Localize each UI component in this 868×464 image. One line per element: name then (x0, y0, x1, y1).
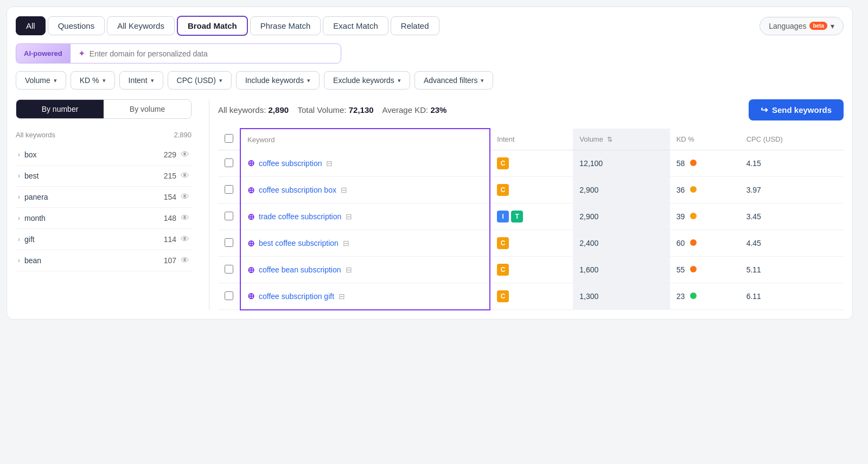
intent-badge: C (497, 290, 509, 302)
row-checkbox[interactable] (225, 185, 233, 194)
list-item[interactable]: › month 148 👁 (16, 208, 192, 229)
chevron-down-icon: ▾ (398, 77, 401, 84)
tab-phrase-match[interactable]: Phrase Match (250, 16, 321, 35)
tab-related[interactable]: Related (391, 16, 439, 35)
view-by-number[interactable]: By number (16, 100, 104, 118)
filter-exclude[interactable]: Exclude keywords ▾ (324, 71, 410, 90)
total-volume-value: 72,130 (349, 105, 374, 115)
chevron-down-icon: ▾ (151, 77, 154, 84)
eye-icon[interactable]: 👁 (181, 213, 189, 223)
eye-icon[interactable]: 👁 (181, 234, 189, 244)
all-keywords-label: All keywords: (218, 105, 266, 115)
eye-icon[interactable]: 👁 (181, 171, 189, 181)
eye-icon[interactable]: 👁 (181, 256, 189, 265)
sidebar-header-label: All keywords (16, 131, 55, 139)
expand-icon: › (18, 214, 20, 222)
tab-all-keywords[interactable]: All Keywords (107, 16, 175, 35)
volume-value: 12,100 (573, 150, 669, 177)
intent-cell: IT (490, 204, 573, 230)
keyword-link[interactable]: ⊕ coffee subscription ⊟ (247, 158, 483, 168)
tab-all[interactable]: All (16, 16, 46, 35)
send-btn-label: Send keywords (772, 105, 832, 115)
filter-volume[interactable]: Volume ▾ (16, 71, 66, 90)
list-item[interactable]: › best 215 👁 (16, 166, 192, 187)
tab-exact-match[interactable]: Exact Match (323, 16, 388, 35)
intent-label: Intent (129, 76, 148, 85)
volume-value: 1,300 (573, 283, 669, 310)
keyword-name: best (24, 171, 39, 180)
cpc-value: 4.45 (740, 230, 844, 257)
chevron-down-icon: ▾ (103, 77, 106, 84)
keyword-link[interactable]: ⊕ best coffee subscription ⊟ (247, 238, 483, 249)
row-checkbox[interactable] (225, 212, 233, 220)
stats-text: All keywords: 2,890 Total Volume: 72,130… (218, 105, 446, 115)
cpc-value: 6.11 (740, 283, 844, 310)
sort-icon[interactable]: ⇅ (607, 136, 612, 143)
list-item[interactable]: › panera 154 👁 (16, 187, 192, 208)
intent-badge: T (511, 211, 523, 223)
eye-icon[interactable]: 👁 (181, 150, 189, 160)
filter-cpc[interactable]: CPC (USD) ▾ (168, 71, 232, 90)
eye-icon[interactable]: 👁 (181, 192, 189, 202)
ai-input-wrapper[interactable]: ✦ (70, 43, 341, 63)
kd-dot (690, 213, 697, 219)
tab-broad-match[interactable]: Broad Match (177, 16, 248, 36)
filter-advanced[interactable]: Advanced filters ▾ (414, 71, 494, 90)
list-item[interactable]: › box 229 👁 (16, 144, 192, 166)
keyword-text: trade coffee subscription (259, 212, 341, 221)
keywords-table: Keyword Intent Volume ⇅ KD % (218, 128, 844, 310)
keyword-count: 229 (164, 150, 176, 159)
keyword-cell: ⊕ coffee subscription gift ⊟ (240, 283, 490, 310)
table-row: ⊕ coffee subscription box ⊟ C2,90036 3.9… (218, 177, 844, 204)
kd-dot (690, 293, 697, 299)
main-content: By number By volume All keywords 2,890 ›… (16, 99, 844, 310)
keyword-count: 148 (164, 214, 176, 223)
all-keywords-value: 2,890 (269, 105, 289, 115)
kd-value: 23 (670, 283, 740, 310)
select-all-checkbox[interactable] (225, 134, 233, 143)
view-by-volume[interactable]: By volume (104, 100, 191, 118)
intent-cell: C (490, 150, 573, 177)
keyword-link[interactable]: ⊕ coffee subscription gift ⊟ (247, 291, 483, 301)
keyword-link[interactable]: ⊕ coffee bean subscription ⊟ (247, 265, 483, 275)
ai-bar: AI-powered ✦ (16, 43, 844, 63)
kd-value: 60 (670, 230, 740, 257)
filter-include[interactable]: Include keywords ▾ (236, 71, 320, 90)
sidebar: By number By volume All keywords 2,890 ›… (16, 99, 200, 310)
keyword-name: bean (24, 256, 41, 265)
kd-dot (690, 239, 697, 246)
keyword-link[interactable]: ⊕ coffee subscription box ⊟ (247, 185, 483, 195)
row-checkbox[interactable] (225, 158, 233, 167)
exclude-label: Exclude keywords (333, 76, 394, 85)
keyword-cell: ⊕ trade coffee subscription ⊟ (240, 204, 490, 230)
row-checkbox[interactable] (225, 291, 233, 300)
row-checkbox[interactable] (225, 238, 233, 247)
col-kd: KD % (670, 129, 740, 150)
keyword-link[interactable]: ⊕ trade coffee subscription ⊟ (247, 212, 483, 222)
list-item[interactable]: › bean 107 👁 (16, 250, 192, 271)
col-cpc: CPC (USD) (740, 129, 844, 150)
kd-value: 55 (670, 257, 740, 283)
volume-value: 2,900 (573, 177, 669, 204)
expand-icon: › (18, 193, 20, 201)
expand-icon: › (18, 236, 20, 243)
list-icon: ⊟ (343, 239, 349, 247)
row-checkbox[interactable] (225, 265, 233, 274)
list-item[interactable]: › gift 114 👁 (16, 229, 192, 250)
tab-questions[interactable]: Questions (48, 16, 105, 35)
filter-intent[interactable]: Intent ▾ (119, 71, 163, 90)
send-keywords-button[interactable]: ↪ Send keywords (749, 99, 844, 120)
filter-kd[interactable]: KD % ▾ (71, 71, 115, 90)
ai-powered-label: AI-powered (16, 43, 70, 63)
main-container: All Questions All Keywords Broad Match P… (7, 7, 853, 320)
languages-button[interactable]: Languages beta ▾ (760, 17, 844, 35)
table-row: ⊕ coffee subscription gift ⊟ C1,30023 6.… (218, 283, 844, 310)
divider (209, 99, 209, 310)
domain-input[interactable] (90, 49, 333, 58)
send-icon: ↪ (761, 105, 768, 115)
plus-icon: ⊕ (247, 185, 254, 195)
intent-badge: C (497, 237, 509, 249)
intent-badge: C (497, 184, 509, 196)
avg-kd-value: 23% (430, 105, 446, 115)
table-row: ⊕ best coffee subscription ⊟ C2,40060 4.… (218, 230, 844, 257)
